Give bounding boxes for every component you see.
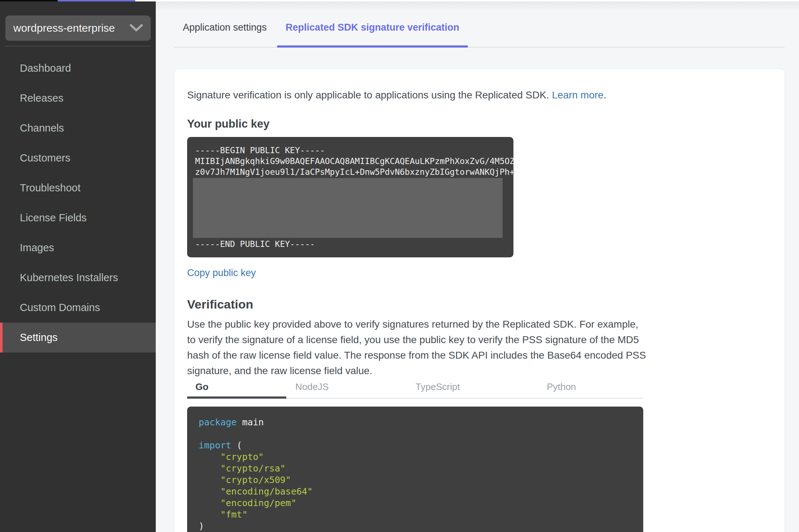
code-line (199, 428, 632, 440)
intro-suffix: . (604, 89, 606, 101)
code-line: package main (199, 417, 632, 428)
sidebar: wordpress-enterprise DashboardReleasesCh… (0, 1, 156, 532)
chevron-down-icon (130, 24, 143, 32)
code-tab-go[interactable]: Go (187, 381, 217, 398)
code-tab-python[interactable]: Python (538, 381, 584, 398)
code-tab-typescript[interactable]: TypeScript (407, 381, 468, 398)
code-token-pl: ( (231, 440, 242, 451)
replicated-vendor-portal: wordpress-enterprise DashboardReleasesCh… (0, 0, 799, 532)
sidebar-item-troubleshoot[interactable]: Troubleshoot (0, 173, 156, 203)
sidebar-item-channels[interactable]: Channels (0, 113, 156, 143)
code-token-pl (199, 486, 220, 497)
sidebar-item-images[interactable]: Images (0, 233, 156, 263)
code-token-str: "encoding/base64" (220, 486, 313, 497)
code-language-tabs: GoNodeJSTypeScriptPython (187, 381, 643, 399)
sidebar-nav: DashboardReleasesChannelsCustomersTroubl… (0, 53, 156, 353)
code-token-pl (199, 509, 220, 520)
code-line: "crypto/rsa" (199, 463, 632, 474)
sidebar-item-custom-domains[interactable]: Custom Domains (0, 293, 156, 323)
sidebar-item-license-fields[interactable]: License Fields (0, 203, 156, 233)
code-token-str: "crypto/rsa" (220, 463, 286, 474)
public-key-line: MIIBIjANBgkqhkiG9w0BAQEFAAOCAQ8AMIIBCgKC… (195, 156, 503, 167)
app-selector-label: wordpress-enterprise (13, 22, 115, 34)
code-token-pl (199, 475, 220, 485)
code-token-str: "crypto/x509" (220, 475, 291, 485)
sidebar-item-dashboard[interactable]: Dashboard (0, 53, 156, 83)
code-line: "encoding/base64" (199, 486, 632, 497)
code-token-kw: import (199, 440, 231, 451)
code-token-str: "encoding/pem" (220, 498, 296, 508)
tab-replicated-sdk-signature-verification[interactable]: Replicated SDK signature verification (277, 22, 468, 47)
public-key-heading: Your public key (187, 116, 772, 132)
redacted-key-region (193, 178, 503, 238)
code-line: "fmt" (199, 509, 632, 520)
code-tab-nodejs[interactable]: NodeJS (287, 381, 337, 398)
public-key-line: z0v7Jh7M1NgV1joeu9l1/IaCPsMpyIcL+Dnw5Pdv… (195, 167, 503, 177)
code-tab-active-underline (187, 396, 286, 399)
code-token-pl (199, 463, 220, 474)
sidebar-item-customers[interactable]: Customers (0, 143, 156, 173)
code-line: "crypto" (199, 451, 632, 463)
sidebar-item-releases[interactable]: Releases (0, 83, 156, 113)
code-token-pl: ) (199, 521, 204, 531)
code-token-pl (199, 452, 220, 462)
code-line: import ( (199, 440, 632, 451)
code-line: "encoding/pem" (199, 497, 632, 509)
verification-paragraph: Use the public key provided above to ver… (187, 316, 649, 378)
sidebar-divider (5, 46, 151, 46)
learn-more-link[interactable]: Learn more (552, 89, 604, 101)
public-key-end-line: -----END PUBLIC KEY----- (195, 239, 503, 249)
copy-public-key-link[interactable]: Copy public key (187, 266, 256, 280)
sidebar-item-kubernetes-installers[interactable]: Kubernetes Installers (0, 263, 156, 293)
sidebar-item-settings[interactable]: Settings (0, 323, 156, 353)
code-token-str: "fmt" (220, 509, 247, 520)
code-token-str: "crypto" (220, 452, 264, 462)
code-token-pl: main (237, 417, 264, 427)
page-tabbar: Application settings Replicated SDK sign… (174, 22, 785, 48)
code-line: "crypto/x509" (199, 474, 632, 486)
code-line: ) (199, 520, 632, 532)
intro-text: Signature verification is only applicabl… (187, 88, 772, 102)
intro-sentence: Signature verification is only applicabl… (187, 89, 549, 101)
code-token-pl (199, 498, 220, 508)
main-content-area: Application settings Replicated SDK sign… (156, 1, 799, 532)
public-key-block: -----BEGIN PUBLIC KEY----- MIIBIjANBgkqh… (187, 137, 513, 257)
tab-application-settings[interactable]: Application settings (174, 22, 275, 47)
verification-heading: Verification (187, 296, 772, 313)
public-key-line: -----BEGIN PUBLIC KEY----- (195, 145, 503, 156)
code-token-kw: package (199, 417, 237, 427)
app-selector-dropdown[interactable]: wordpress-enterprise (5, 15, 151, 41)
go-code-block: package mainimport ( "crypto" "crypto/rs… (187, 407, 643, 532)
signature-verification-card: Signature verification is only applicabl… (174, 69, 785, 532)
